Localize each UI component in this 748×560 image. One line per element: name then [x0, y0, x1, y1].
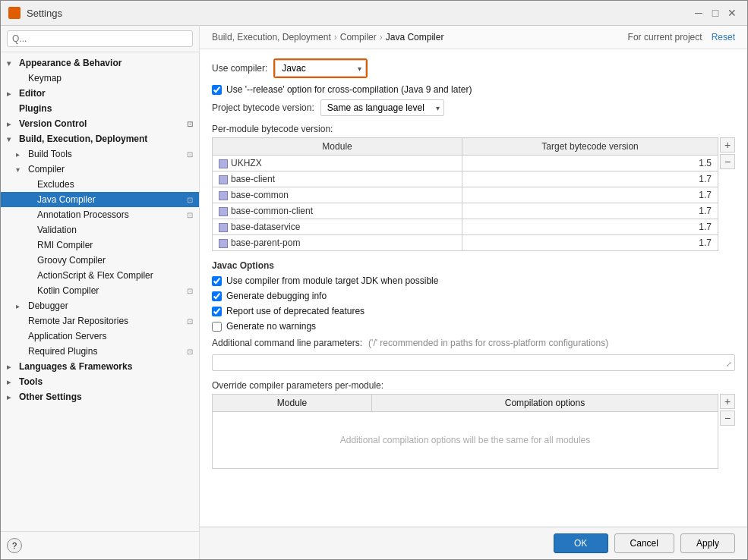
sidebar-item-annotation-processors[interactable]: Annotation Processors⊡ — [1, 207, 199, 222]
main-header: Build, Execution, Deployment › Compiler … — [200, 26, 747, 49]
search-box — [1, 26, 199, 52]
override-table-wrapper: Module Compilation options Additional co… — [212, 394, 735, 469]
sidebar-item-excludes[interactable]: Excludes — [1, 177, 199, 192]
reset-link[interactable]: Reset — [712, 32, 735, 42]
compiler-select[interactable]: JavacEclipseAjc — [275, 60, 366, 77]
apply-button[interactable]: Apply — [680, 533, 735, 553]
additional-params-note: ('/' recommended in paths for cross-plat… — [368, 338, 608, 348]
sidebar-item-label: Debugger — [28, 300, 193, 311]
javac-checkboxes: Use compiler from module target JDK when… — [212, 275, 735, 332]
sidebar-item-rmi-compiler[interactable]: RMI Compiler — [1, 238, 199, 253]
remove-module-button[interactable]: − — [720, 154, 735, 169]
sidebar-item-version-control[interactable]: ▸Version Control⊡ — [1, 116, 199, 131]
sidebar-item-actionscript-flex[interactable]: ActionScript & Flex Compiler — [1, 268, 199, 283]
override-table: Module Compilation options Additional co… — [212, 394, 718, 469]
sidebar-item-label: Groovy Compiler — [37, 255, 193, 266]
sidebar-item-label: Excludes — [37, 179, 193, 190]
sidebar-item-validation[interactable]: Validation — [1, 222, 199, 238]
sidebar-item-keymap[interactable]: Keymap — [1, 71, 199, 86]
module-name: base-common-client — [213, 203, 462, 219]
module-table-wrapper: Module Target bytecode version UKHZX1.5b… — [212, 137, 735, 251]
content-area: ▾Appearance & Behavior Keymap▸Editor Plu… — [1, 26, 747, 559]
add-module-button[interactable]: + — [720, 137, 735, 153]
table-row[interactable]: base-common1.7 — [213, 187, 718, 203]
additional-params-label: Additional command line parameters: — [212, 338, 362, 348]
sidebar-item-groovy-compiler[interactable]: Groovy Compiler — [1, 253, 199, 268]
add-override-button[interactable]: + — [720, 394, 735, 409]
sidebar-item-label: Required Plugins — [28, 346, 184, 357]
report-deprecated-label: Report use of deprecated features — [226, 306, 365, 316]
generate-no-warnings-checkbox[interactable] — [212, 322, 222, 332]
sidebar-item-other-settings[interactable]: ▸Other Settings — [1, 389, 199, 404]
override-section: Override compiler parameters per-module:… — [212, 380, 735, 469]
sidebar-item-plugins[interactable]: Plugins — [1, 101, 199, 116]
sidebar-item-label: Build, Execution, Deployment — [19, 134, 193, 144]
sidebar-item-remote-jar-repos[interactable]: Remote Jar Repositories⊡ — [1, 313, 199, 329]
sidebar-item-build-tools[interactable]: ▸Build Tools⊡ — [1, 146, 199, 162]
window-title: Settings — [27, 8, 62, 19]
table-row[interactable]: base-parent-pom1.7 — [213, 235, 718, 251]
bytecode-label: Project bytecode version: — [212, 102, 314, 113]
table-row[interactable]: base-common-client1.7 — [213, 203, 718, 219]
sidebar-item-tools[interactable]: ▸Tools — [1, 374, 199, 389]
compiler-select-container: JavacEclipseAjc — [275, 60, 366, 77]
override-col-options: Compilation options — [371, 395, 718, 412]
close-button[interactable]: ✕ — [724, 5, 740, 20]
module-table-container: Module Target bytecode version UKHZX1.5b… — [212, 137, 718, 251]
sidebar-item-label: Application Servers — [28, 331, 193, 341]
javac-option-use-compiler-module: Use compiler from module target JDK when… — [212, 275, 735, 286]
sidebar-item-kotlin-compiler[interactable]: Kotlin Compiler⊡ — [1, 283, 199, 298]
target-version: 1.7 — [462, 219, 718, 235]
ok-button[interactable]: OK — [554, 533, 608, 553]
sidebar-bottom: ? — [1, 531, 199, 559]
col-target: Target bytecode version — [462, 138, 718, 156]
additional-params-input[interactable] — [212, 354, 735, 371]
bytecode-row: Project bytecode version: Same as langua… — [212, 99, 735, 116]
breadcrumb-sep-2: › — [380, 32, 383, 42]
module-name: UKHZX — [213, 156, 462, 171]
target-version: 1.7 — [462, 187, 718, 203]
maximize-button[interactable]: □ — [708, 5, 723, 20]
chevron-icon: ▸ — [16, 302, 25, 310]
module-table: Module Target bytecode version UKHZX1.5b… — [212, 137, 718, 251]
sidebar-item-languages-frameworks[interactable]: ▸Languages & Frameworks — [1, 359, 199, 374]
use-compiler-module-checkbox[interactable] — [212, 276, 222, 286]
target-version: 1.7 — [462, 171, 718, 187]
sidebar-item-java-compiler[interactable]: Java Compiler⊡ — [1, 192, 199, 207]
compiler-select-wrapper: JavacEclipseAjc — [273, 58, 368, 78]
sidebar-item-required-plugins[interactable]: Required Plugins⊡ — [1, 344, 199, 359]
sidebar-item-compiler[interactable]: ▾Compiler — [1, 162, 199, 177]
cancel-button[interactable]: Cancel — [614, 533, 674, 553]
minimize-button[interactable]: ─ — [691, 5, 706, 20]
badge-icon: ⊡ — [187, 287, 193, 295]
chevron-icon: ▸ — [7, 90, 16, 98]
search-input[interactable] — [7, 30, 193, 47]
header-right: For current project Reset — [628, 32, 735, 42]
sidebar-tree: ▾Appearance & Behavior Keymap▸Editor Plu… — [1, 52, 199, 531]
table-row[interactable]: base-client1.7 — [213, 171, 718, 187]
release-option-checkbox[interactable] — [212, 85, 222, 95]
table-row[interactable]: base-dataservice1.7 — [213, 219, 718, 235]
sidebar-item-label: Annotation Processors — [37, 209, 184, 220]
sidebar-item-editor[interactable]: ▸Editor — [1, 86, 199, 101]
expand-icon[interactable]: ⤢ — [726, 360, 732, 368]
badge-icon: ⊡ — [187, 120, 193, 128]
chevron-icon: ▸ — [16, 150, 25, 159]
bytecode-select[interactable]: Same as language level — [320, 99, 444, 116]
generate-debug-checkbox[interactable] — [212, 291, 222, 301]
sidebar-item-debugger[interactable]: ▸Debugger — [1, 298, 199, 313]
remove-override-button[interactable]: − — [720, 411, 735, 426]
report-deprecated-checkbox[interactable] — [212, 307, 222, 316]
sidebar-item-application-servers[interactable]: Application Servers — [1, 329, 199, 344]
sidebar-item-label: Kotlin Compiler — [37, 285, 184, 296]
for-project-label: For current project — [628, 32, 702, 42]
help-button[interactable]: ? — [7, 538, 22, 553]
table-row[interactable]: UKHZX1.5 — [213, 156, 718, 171]
javac-options-section: Javac Options Use compiler from module t… — [212, 260, 735, 332]
override-empty-text: Additional compilation options will be t… — [213, 412, 718, 469]
badge-icon: ⊡ — [187, 348, 193, 356]
sidebar-item-label: Editor — [19, 88, 193, 99]
sidebar-item-build-execution-deployment[interactable]: ▾Build, Execution, Deployment — [1, 131, 199, 146]
sidebar-item-appearance-behavior[interactable]: ▾Appearance & Behavior — [1, 55, 199, 71]
chevron-icon: ▸ — [7, 120, 16, 128]
